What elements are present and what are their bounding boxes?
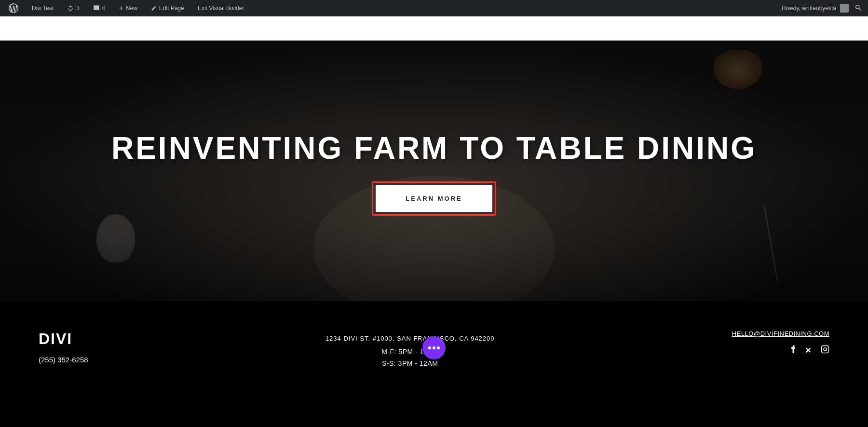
comments-count: 0	[102, 5, 106, 12]
wp-logo-icon	[9, 3, 18, 13]
svg-point-1	[824, 348, 827, 351]
search-icon	[854, 4, 862, 12]
dot-2	[433, 346, 435, 349]
edit-page-button[interactable]: Edit Page	[148, 0, 187, 16]
revisions-count: 3	[76, 5, 80, 12]
footer-email[interactable]: HELLO@DIVIFINEDINING.COM	[732, 330, 829, 337]
svg-rect-0	[822, 346, 829, 353]
admin-bar-right: Howdy, writtenbyekta	[782, 4, 862, 13]
comments-icon	[93, 5, 100, 12]
svg-point-2	[827, 347, 827, 348]
comments-button[interactable]: 0	[90, 0, 108, 16]
footer-phone: (255) 352-6258	[39, 356, 88, 364]
dot-3	[437, 346, 440, 349]
divi-element-picker[interactable]	[422, 336, 446, 359]
footer-social: ✕	[790, 345, 829, 356]
instagram-icon[interactable]	[821, 345, 829, 356]
howdy-label: Howdy, writtenbyekta	[782, 5, 836, 12]
admin-search-button[interactable]	[854, 4, 862, 13]
edit-page-label: Edit Page	[159, 5, 184, 12]
user-avatar	[840, 4, 849, 13]
admin-bar-left: Divi Test 3 0 + New Edit Page Exit Visua	[6, 0, 782, 16]
facebook-icon[interactable]	[790, 345, 795, 356]
footer-hours-weekends: S-S: 3PM - 12AM	[382, 359, 438, 367]
learn-more-wrapper: LEARN MORE	[376, 185, 492, 212]
edit-icon	[151, 5, 157, 11]
wp-logo-button[interactable]	[6, 0, 21, 16]
dot-1	[428, 346, 431, 349]
revisions-button[interactable]: 3	[64, 0, 82, 16]
secondary-bar	[0, 16, 868, 41]
revisions-icon	[67, 5, 74, 12]
footer-left: DIVI (255) 352-6258	[39, 330, 88, 364]
howdy-section[interactable]: Howdy, writtenbyekta	[782, 4, 849, 13]
learn-more-button[interactable]: LEARN MORE	[376, 185, 492, 212]
facebook-svg	[790, 345, 795, 354]
footer: DIVI (255) 352-6258 1234 DIVI ST. #1000,…	[0, 301, 868, 422]
twitter-x-icon[interactable]: ✕	[805, 346, 811, 355]
admin-bar: Divi Test 3 0 + New Edit Page Exit Visua	[0, 0, 868, 16]
site-name-button[interactable]: Divi Test	[29, 0, 56, 16]
new-button[interactable]: + New	[116, 0, 140, 16]
instagram-svg	[821, 345, 829, 354]
hero-section: REINVENTING FARM TO TABLE DINING LEARN M…	[0, 41, 868, 301]
site-name-label: Divi Test	[32, 5, 54, 12]
hero-content: REINVENTING FARM TO TABLE DINING LEARN M…	[111, 130, 757, 212]
footer-center: 1234 DIVI ST. #1000, SAN FRANCISCO, CA 9…	[326, 335, 495, 367]
new-label: New	[126, 5, 137, 12]
exit-visual-builder-button[interactable]: Exit Visual Builder	[195, 0, 247, 16]
hero-title: REINVENTING FARM TO TABLE DINING	[111, 130, 757, 166]
footer-address: 1234 DIVI ST. #1000, SAN FRANCISCO, CA 9…	[326, 335, 495, 342]
footer-right: HELLO@DIVIFINEDINING.COM ✕	[732, 330, 829, 356]
exit-builder-label: Exit Visual Builder	[198, 5, 244, 12]
footer-logo: DIVI	[39, 330, 88, 348]
